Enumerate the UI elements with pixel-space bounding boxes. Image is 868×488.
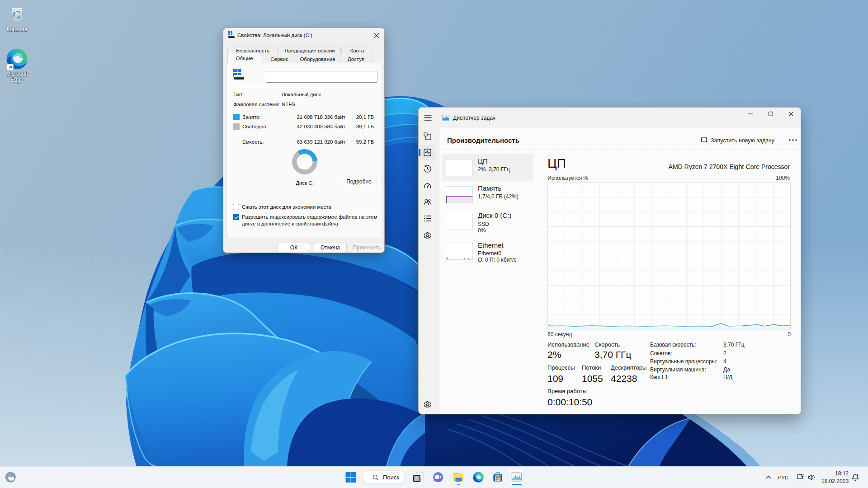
svg-text:z: z xyxy=(857,474,859,476)
